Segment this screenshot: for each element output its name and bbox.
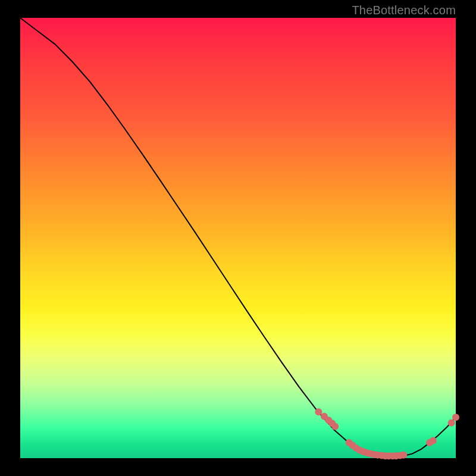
highlighted-points bbox=[315, 408, 459, 459]
marker-dot bbox=[452, 414, 459, 421]
chart-stage: TheBottleneck.com bbox=[0, 0, 476, 476]
plot-area bbox=[20, 18, 456, 458]
marker-dot bbox=[315, 408, 322, 415]
bottleneck-curve bbox=[20, 18, 456, 456]
marker-dot bbox=[400, 452, 407, 459]
watermark-label: TheBottleneck.com bbox=[352, 4, 456, 17]
marker-dot bbox=[430, 437, 437, 444]
marker-dot bbox=[331, 423, 339, 430]
chart-svg bbox=[20, 18, 456, 458]
marker-dot bbox=[448, 419, 455, 427]
